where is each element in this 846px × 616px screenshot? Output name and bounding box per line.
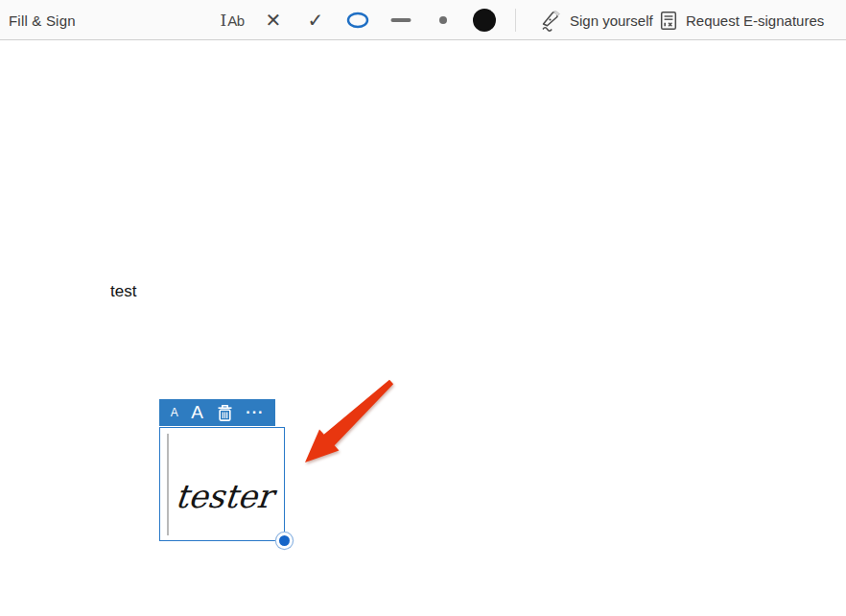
ibeam-cursor-icon: I bbox=[220, 11, 226, 30]
decrease-font-button[interactable]: A bbox=[169, 406, 180, 419]
fountain-pen-icon bbox=[539, 10, 562, 32]
line-tool[interactable] bbox=[386, 0, 417, 40]
oval-tool[interactable] bbox=[341, 0, 375, 40]
typed-text-annotation[interactable]: test bbox=[110, 282, 136, 301]
red-arrow-annotation bbox=[286, 374, 401, 470]
cross-tool[interactable]: ✕ bbox=[260, 0, 288, 40]
request-esignatures-button[interactable]: Request E-signatures bbox=[654, 0, 830, 40]
text-caret bbox=[167, 434, 169, 535]
cross-icon: ✕ bbox=[266, 9, 282, 32]
document-signature-icon bbox=[660, 11, 678, 31]
dot-icon bbox=[439, 16, 447, 24]
color-swatch-button[interactable] bbox=[467, 0, 502, 40]
line-icon bbox=[391, 18, 411, 22]
page-title: Fill & Sign bbox=[9, 0, 76, 40]
request-esignatures-label: Request E-signatures bbox=[686, 12, 824, 29]
text-annotation-box[interactable]: tester bbox=[159, 427, 285, 541]
toolbar-divider bbox=[515, 9, 516, 32]
increase-font-button[interactable]: A bbox=[189, 402, 205, 423]
checkmark-icon: ✓ bbox=[308, 9, 324, 32]
add-text-tool[interactable]: I Ab bbox=[214, 0, 249, 40]
black-color-swatch-icon bbox=[473, 9, 496, 32]
text-tool-icon: I Ab bbox=[220, 11, 244, 30]
oval-icon bbox=[346, 12, 369, 29]
sign-yourself-label: Sign yourself bbox=[570, 12, 653, 29]
annotation-text[interactable]: tester bbox=[174, 477, 274, 515]
check-tool[interactable]: ✓ bbox=[302, 0, 330, 40]
more-options-button[interactable]: ··· bbox=[244, 405, 266, 420]
resize-handle[interactable] bbox=[279, 535, 290, 546]
document-canvas[interactable]: test A A ··· tester bbox=[0, 40, 846, 615]
trash-icon bbox=[217, 404, 233, 422]
fill-sign-toolbar: Fill & Sign I Ab ✕ ✓ Sign yourself bbox=[0, 0, 846, 40]
sign-yourself-button[interactable]: Sign yourself bbox=[533, 0, 659, 40]
dot-tool[interactable] bbox=[434, 0, 453, 40]
annotation-toolbar: A A ··· bbox=[159, 399, 275, 426]
delete-annotation-button[interactable] bbox=[215, 404, 235, 422]
